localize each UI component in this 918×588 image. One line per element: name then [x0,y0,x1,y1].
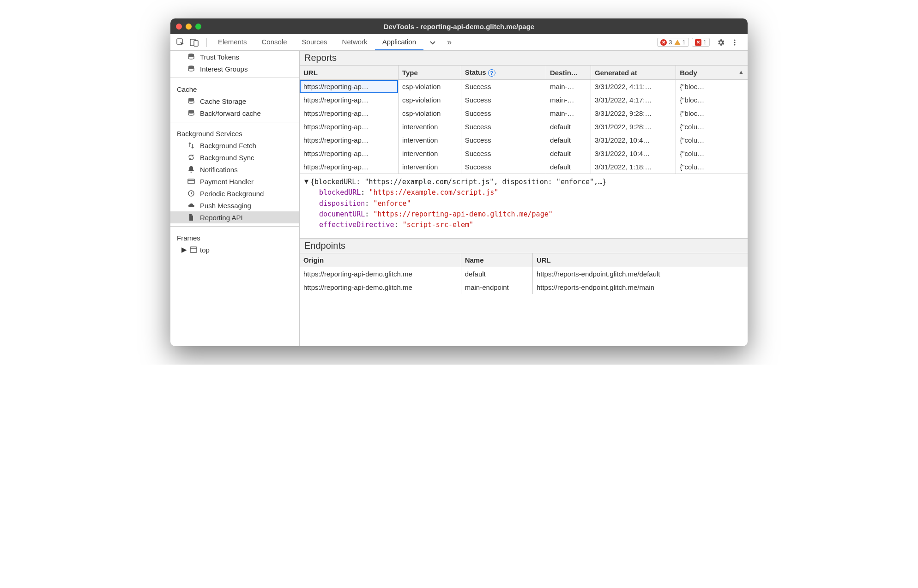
detail-property: blockedURL: "https://example.com/script.… [319,187,743,198]
cell-url: https://reporting-ap… [300,147,398,160]
cell-body: {"bloc… [676,80,748,94]
sidebar-item-label: Background Sync [200,154,254,162]
cell-time: 3/31/2022, 9:28:… [591,120,676,133]
overflow-chevrons-icon[interactable]: » [444,37,455,48]
card-icon [187,177,195,186]
kebab-icon[interactable] [729,37,740,48]
issue-count: 1 [703,39,707,46]
sidebar-item-frame-top[interactable]: ▶ top [170,244,299,256]
settings-icon[interactable] [715,37,726,48]
sidebar-item-bf-cache[interactable]: Back/forward cache [170,107,299,119]
cell-body: {"colu… [676,133,748,147]
cell-dest: default [546,160,591,174]
sidebar-item-bg-sync[interactable]: Background Sync [170,151,299,163]
table-row[interactable]: https://reporting-ap…csp-violationSucces… [300,93,748,107]
error-count: 3 [669,39,672,46]
sidebar-item-reporting-api[interactable]: Reporting API [170,211,299,223]
table-row[interactable]: https://reporting-api-demo.glitch.medefa… [300,267,748,281]
table-row[interactable]: https://reporting-ap…interventionSuccess… [300,120,748,133]
sidebar-item-interest-groups[interactable]: Interest Groups [170,63,299,75]
devtools-window: DevTools - reporting-api-demo.glitch.me/… [170,18,748,346]
document-icon [187,213,195,222]
tab-application[interactable]: Application [375,34,423,50]
help-icon[interactable]: ? [488,69,495,77]
endpoints-heading: Endpoints [300,238,748,253]
table-row[interactable]: https://reporting-ap…csp-violationSucces… [300,80,748,94]
cell-origin: https://reporting-api-demo.glitch.me [300,267,461,281]
cell-url: https://reporting-ap… [300,107,398,120]
sidebar-divider [170,122,299,122]
col-origin[interactable]: Origin [300,253,461,267]
cell-url: https://reporting-ap… [300,80,398,94]
col-destination[interactable]: Destin… [546,66,591,80]
cloud-icon [187,201,195,210]
sidebar-item-label: Notifications [200,166,238,174]
cell-url: https://reporting-ap… [300,133,398,147]
endpoints-table: Origin Name URL https://reporting-api-de… [300,253,748,294]
maximize-icon[interactable] [195,24,201,30]
sidebar-item-notifications[interactable]: Notifications [170,163,299,175]
table-row[interactable]: https://reporting-ap…csp-violationSucces… [300,107,748,120]
sidebar-item-trust-tokens[interactable]: Trust Tokens [170,51,299,63]
clock-icon [187,189,195,198]
detail-property: effectiveDirective: "script-src-elem" [319,220,743,230]
cell-url: https://reporting-ap… [300,93,398,107]
device-icon[interactable] [189,37,200,48]
database-icon [187,109,195,117]
disclosure-triangle-icon[interactable]: ▶ [181,246,187,254]
detail-property: disposition: "enforce" [319,198,743,209]
sidebar-item-cache-storage[interactable]: Cache Storage [170,95,299,107]
sidebar-item-periodic[interactable]: Periodic Background [170,187,299,199]
svg-point-4 [734,42,735,43]
report-body-detail: ▼{blockedURL: "https://example.com/scrip… [300,174,748,238]
tab-elements[interactable]: Elements [211,34,254,50]
cell-type: intervention [398,120,461,133]
cell-time: 3/31/2022, 10:4… [591,133,676,147]
cell-name: default [461,267,532,281]
cell-time: 3/31/2022, 4:11:… [591,80,676,94]
minimize-icon[interactable] [186,24,192,30]
col-name[interactable]: Name [461,253,532,267]
cell-url: https://reports-endpoint.glitch.me/main [532,281,748,294]
close-icon[interactable] [176,24,182,30]
tab-sources[interactable]: Sources [295,34,335,50]
tab-network[interactable]: Network [335,34,375,50]
cell-status: Success [461,147,546,160]
toolbar-divider [206,38,207,47]
table-row[interactable]: https://reporting-api-demo.glitch.memain… [300,281,748,294]
main-panel: Reports URL Type Status? Destin… Generat… [300,51,748,346]
error-warning-badge[interactable]: ✕ 3 1 [657,38,688,47]
col-url[interactable]: URL [300,66,398,80]
disclosure-triangle-icon[interactable]: ▼ [304,176,308,187]
col-body[interactable]: Body▲ [676,66,748,80]
detail-summary: {blockedURL: "https://example.com/script… [310,178,606,186]
issues-badge[interactable]: ✕ 1 [692,38,710,47]
sidebar-item-payment[interactable]: Payment Handler [170,175,299,187]
cell-dest: main-… [546,80,591,94]
svg-point-5 [734,44,735,45]
table-row[interactable]: https://reporting-ap…interventionSuccess… [300,133,748,147]
table-row[interactable]: https://reporting-ap…interventionSuccess… [300,147,748,160]
sidebar-item-push[interactable]: Push Messaging [170,199,299,211]
more-tabs-icon[interactable] [427,37,438,48]
cell-time: 3/31/2022, 4:17:… [591,93,676,107]
titlebar: DevTools - reporting-api-demo.glitch.me/… [170,18,748,34]
inspect-icon[interactable] [175,37,186,48]
tab-console[interactable]: Console [254,34,295,50]
svg-rect-2 [194,41,198,46]
sidebar-group-bg: Background Services [170,125,299,139]
sidebar-item-label: Cache Storage [200,97,246,105]
sidebar-item-bg-fetch[interactable]: Background Fetch [170,139,299,151]
col-generated-at[interactable]: Generated at [591,66,676,80]
warning-count: 1 [682,39,686,46]
col-status[interactable]: Status? [461,66,546,80]
bell-icon [187,165,195,174]
table-row[interactable]: https://reporting-ap…interventionSuccess… [300,160,748,174]
col-endpoint-url[interactable]: URL [532,253,748,267]
sidebar-item-label: Reporting API [200,214,243,222]
cell-status: Success [461,107,546,120]
col-type[interactable]: Type [398,66,461,80]
cell-body: {"bloc… [676,93,748,107]
sync-icon [187,153,195,162]
database-icon [187,97,195,105]
